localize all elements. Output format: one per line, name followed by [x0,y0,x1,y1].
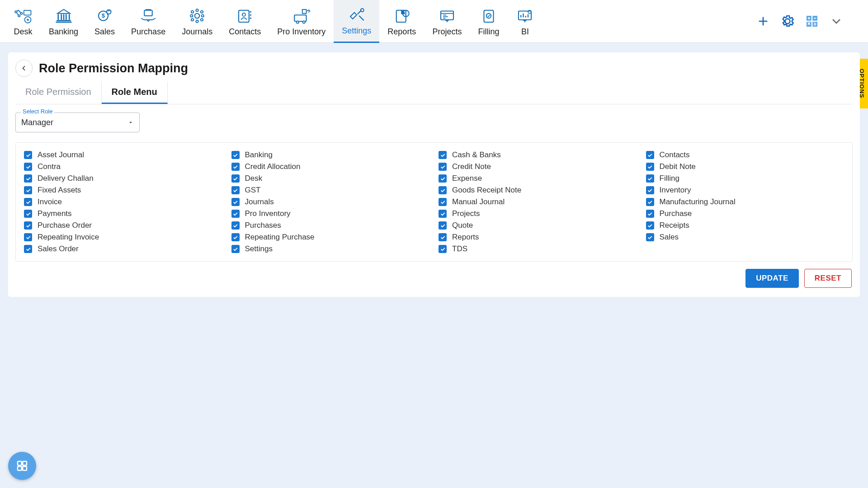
checkbox[interactable] [231,163,240,171]
checkbox[interactable] [439,245,447,253]
checkbox[interactable] [231,151,240,159]
tab-role-permission[interactable]: Role Permission [15,81,102,104]
svg-rect-36 [18,461,22,465]
journals-icon [188,7,207,24]
checkbox[interactable] [24,221,32,230]
nav-item-reports[interactable]: Reports [379,0,424,43]
checkbox[interactable] [24,198,32,206]
svg-point-17 [201,19,203,21]
permission-label: Manual Journal [452,197,505,206]
permission-item: Fixed Assets [24,184,222,196]
top-nav: DeskBanking$SalesPurchaseJournalsContact… [0,0,868,43]
checkbox[interactable] [231,221,240,230]
permission-label: Banking [245,150,273,160]
update-button[interactable]: UPDATE [745,269,799,288]
checkbox[interactable] [646,221,654,230]
svg-point-14 [191,10,193,13]
role-select-field[interactable]: Manager [15,113,140,132]
svg-point-15 [201,10,203,13]
checkbox[interactable] [24,245,32,253]
role-select: Select Role Manager [15,113,140,132]
permission-item: Sales Order [24,243,222,255]
permission-item: Delivery Challan [24,173,222,184]
proinventory-icon [292,7,311,24]
nav-item-banking[interactable]: Banking [41,0,86,43]
checkbox[interactable] [646,163,654,171]
back-button[interactable] [15,60,33,77]
permission-label: Manufacturing Journal [660,197,736,206]
checkbox[interactable] [646,210,654,218]
svg-rect-27 [441,11,453,19]
checkbox[interactable] [231,210,240,218]
svg-rect-20 [294,15,306,21]
checkbox[interactable] [24,233,32,241]
calculator-icon[interactable] [804,13,820,29]
checkbox[interactable] [231,245,240,253]
permission-label: Repeating Invoice [38,233,99,242]
checkbox[interactable] [231,186,240,194]
checkbox[interactable] [24,163,32,171]
checkbox[interactable] [646,151,654,159]
permission-label: Credit Note [452,162,491,171]
permissions-column: Cash & BanksCredit NoteExpenseGoods Rece… [439,149,637,255]
nav-item-purchase[interactable]: Purchase [123,0,174,43]
permissions-column: ContactsDebit NoteFillingInventoryManufa… [646,149,844,255]
nav-item-journals[interactable]: Journals [174,0,221,43]
checkbox[interactable] [231,233,240,241]
svg-point-0 [15,11,17,13]
checkbox[interactable] [439,221,447,230]
nav-item-label: Filling [478,27,499,37]
nav-item-sales[interactable]: $Sales [86,0,123,43]
checkbox[interactable] [439,210,447,218]
checkbox[interactable] [24,210,32,218]
permission-item: Settings [231,243,430,255]
chevron-down-icon[interactable] [828,13,844,29]
svg-rect-34 [807,22,811,27]
checkbox[interactable] [24,151,32,159]
add-icon[interactable] [755,13,771,29]
nav-item-projects[interactable]: Projects [424,0,470,43]
checkbox[interactable] [24,174,32,183]
checkbox[interactable] [439,198,447,206]
tab-role-menu[interactable]: Role Menu [102,81,168,104]
svg-rect-8 [144,10,152,15]
permission-item: Expense [439,173,637,184]
checkbox[interactable] [439,151,447,159]
nav-item-contacts[interactable]: Contacts [221,0,269,43]
checkbox[interactable] [24,186,32,194]
permission-item: Purchase Order [24,220,222,231]
checkbox[interactable] [646,233,654,241]
permission-item: Purchase [646,208,844,220]
checkbox[interactable] [231,174,240,183]
permission-label: Pro Inventory [245,209,291,218]
permission-item: Banking [231,149,430,161]
permission-item: Asset Journal [24,149,222,161]
svg-rect-38 [18,466,22,470]
permission-item: Repeating Invoice [24,231,222,243]
reset-button[interactable]: RESET [804,269,852,288]
gear-icon[interactable] [779,13,796,29]
nav-item-filling[interactable]: Filling [470,0,507,43]
projects-icon [438,7,457,24]
permission-item: Contacts [646,149,844,161]
checkbox[interactable] [439,186,447,194]
checkbox[interactable] [231,198,240,206]
nav-item-label: Projects [432,27,462,37]
permission-item: Debit Note [646,161,844,173]
checkbox[interactable] [439,233,447,241]
checkbox[interactable] [646,186,654,194]
nav-item-proinventory[interactable]: Pro Inventory [269,0,334,43]
permission-label: TDS [452,244,467,253]
nav-item-settings[interactable]: Settings [334,0,379,43]
nav-item-bi[interactable]: BI [507,0,542,43]
floating-apps-button[interactable] [8,452,36,480]
permission-label: Purchase Order [38,221,92,230]
checkbox[interactable] [646,174,654,183]
checkbox[interactable] [646,198,654,206]
role-select-value: Manager [21,118,53,127]
top-nav-items: DeskBanking$SalesPurchaseJournalsContact… [5,0,542,43]
permission-label: Contra [38,162,61,171]
nav-item-desk[interactable]: Desk [5,0,41,43]
checkbox[interactable] [439,174,447,183]
checkbox[interactable] [439,163,447,171]
